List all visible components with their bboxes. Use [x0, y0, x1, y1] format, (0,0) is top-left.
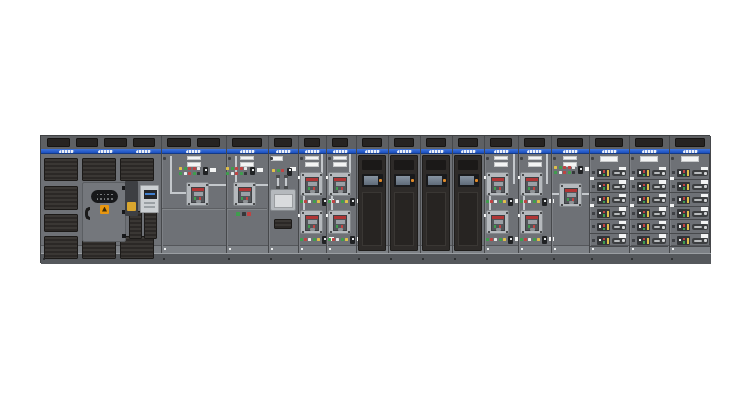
indicator-lamp — [235, 172, 238, 175]
connector-pin — [111, 198, 113, 200]
indicator-lamp — [643, 174, 646, 177]
row-indicator-block — [677, 182, 690, 191]
warning-label — [100, 205, 109, 214]
hmi-power-button — [379, 179, 382, 182]
breaker-handle — [569, 201, 575, 204]
connector-pin — [100, 198, 102, 200]
breaker-display — [494, 220, 504, 224]
breaker-handle-bar — [654, 199, 660, 201]
breaker-handle — [338, 228, 344, 231]
breaker-display — [336, 220, 346, 224]
section-screw — [553, 157, 556, 160]
feeder-row — [670, 193, 710, 207]
row-indicator-block — [597, 209, 610, 218]
meter-button-row — [144, 206, 155, 208]
indicator-lamp — [683, 201, 686, 204]
row-indicator-block — [677, 236, 690, 245]
breaker-handle-slot — [692, 170, 708, 176]
hmi-screen — [428, 176, 442, 185]
indicator-lamp — [317, 238, 320, 241]
door-bolt — [122, 234, 126, 238]
label-tag — [257, 168, 263, 172]
label-tag — [619, 207, 626, 211]
indicator-lamp — [328, 238, 331, 241]
trim-screw — [329, 248, 331, 250]
label-tag — [701, 234, 708, 238]
breaker-handle-cap — [622, 239, 625, 242]
trim-screw — [672, 248, 674, 250]
breaker-handle-slot — [652, 211, 666, 217]
bezel-screw — [540, 212, 542, 214]
label-tag — [619, 167, 626, 171]
hmi-screen — [460, 176, 474, 185]
indicator-lamp — [520, 238, 523, 241]
top-cable-vent — [47, 138, 70, 147]
indicator-lamp — [332, 200, 335, 203]
base-screw — [553, 258, 555, 260]
top-cable-vent — [76, 138, 99, 147]
top-cable-vent — [332, 138, 348, 147]
bezel-screw — [506, 231, 508, 233]
connector-pin — [97, 198, 99, 200]
indicator-lamp — [300, 200, 303, 203]
trim-screw — [487, 248, 489, 250]
selector-switch-dot — [510, 238, 512, 240]
row-screw — [592, 212, 595, 215]
base-screw — [228, 258, 230, 260]
section-screw — [486, 157, 489, 160]
indicator-lamp — [226, 167, 229, 170]
feeder-row — [590, 193, 628, 207]
indicator-lamp — [537, 238, 540, 241]
row-screw — [672, 225, 675, 228]
breaker-handle-bar — [614, 186, 620, 188]
connector-pin — [104, 198, 106, 200]
indicator-lamp — [568, 166, 571, 169]
breaker-handle-bar — [614, 213, 620, 215]
breaker-display — [528, 220, 538, 224]
feeder-row — [670, 220, 710, 234]
indicator-lamp — [687, 238, 690, 244]
selector-switch-dot — [352, 238, 354, 240]
fuse-cap — [284, 175, 288, 178]
section-screw — [270, 157, 273, 160]
base-screw — [454, 258, 456, 260]
feeder-row — [630, 234, 668, 248]
label-tag — [619, 221, 626, 225]
door-seam-light — [227, 209, 267, 210]
bezel-screw — [540, 193, 542, 195]
breaker-face — [525, 215, 540, 231]
indicator-lamp — [554, 166, 557, 169]
indicator-lamp — [643, 214, 646, 217]
breaker-handle-bar — [694, 172, 702, 174]
label-plate — [187, 156, 201, 160]
indicator-lamp — [643, 211, 646, 214]
indicator-lamp — [486, 200, 489, 203]
switchgear-illustration — [0, 0, 750, 400]
indicator-lamp — [179, 172, 182, 175]
indicator-lamp — [643, 224, 646, 227]
indicator-lamp — [683, 228, 686, 231]
amber-indicator — [127, 202, 136, 211]
breaker-handle-slot — [652, 170, 666, 176]
louver-vent — [120, 158, 154, 181]
breaker-handle-bar — [614, 172, 620, 174]
label-plate — [494, 156, 508, 160]
indicator-lamp — [308, 200, 311, 203]
row-indicator-block — [637, 196, 650, 205]
label-tag — [659, 207, 666, 211]
top-cable-vent — [362, 138, 382, 147]
trim-screw — [271, 248, 273, 250]
vfd-door — [454, 155, 482, 251]
base-screw — [591, 258, 593, 260]
breaker-rating-strip — [492, 216, 504, 219]
label-plate — [681, 156, 699, 162]
row-screw — [672, 212, 675, 215]
top-cable-vent — [557, 138, 583, 147]
breaker-rating-strip — [492, 178, 504, 181]
row-screw — [592, 171, 595, 174]
breaker-display — [336, 182, 346, 186]
breaker-face — [238, 187, 253, 203]
row-screw — [592, 239, 595, 242]
breaker-handle-bar — [694, 186, 702, 188]
breaker-rating-strip — [565, 189, 577, 192]
